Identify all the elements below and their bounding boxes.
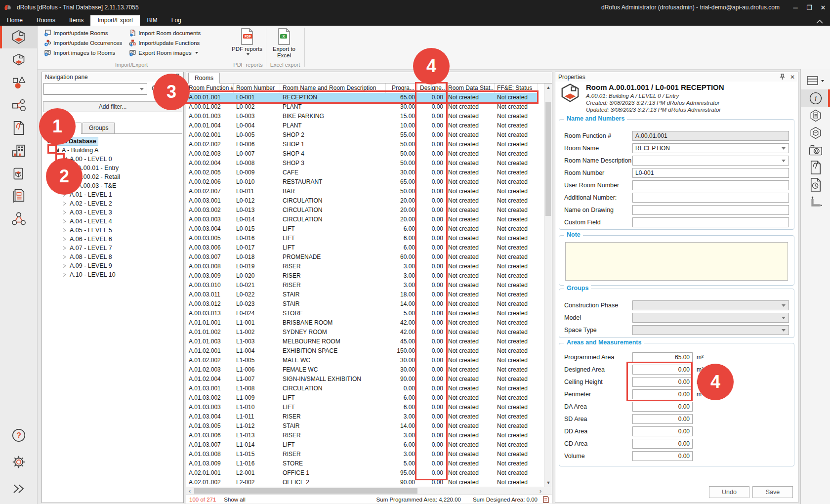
table-row[interactable]: A.00.01.001L0-001RECEPTION65.000.00Not c… <box>186 93 538 102</box>
menu-tab-bim[interactable]: BIM <box>140 15 164 26</box>
table-row[interactable]: A.01.02.001L1-004EXHIBITION SPACE150.000… <box>186 346 538 356</box>
sidebar-item-products[interactable] <box>0 162 37 185</box>
column-header-2[interactable]: Room Name and Room Description <box>280 84 386 93</box>
table-row[interactable]: A.00.03.008L0-019RISER3.000.00Not create… <box>186 262 538 271</box>
tree-item[interactable]: A.08 - LEVEL 8 <box>43 252 182 261</box>
sidebar-item-buildings[interactable] <box>0 139 37 162</box>
column-header-3[interactable]: Progra... <box>386 84 417 93</box>
field-select-model[interactable] <box>632 313 789 323</box>
minimize-button[interactable]: ─ <box>788 1 802 14</box>
menu-tab-log[interactable]: Log <box>165 15 188 26</box>
chevron-down-icon[interactable] <box>140 88 144 92</box>
import-update-functions-button[interactable]: Import/update Functions <box>127 39 203 47</box>
table-row[interactable]: A.01.03.009L1-016STORE5.000.00Not create… <box>186 459 538 468</box>
field-input-name-on-drawing[interactable] <box>632 205 789 215</box>
tab-items-in-room[interactable] <box>801 124 830 141</box>
sidebar-item-items[interactable] <box>0 71 37 94</box>
field-input-designed-area[interactable]: 0.00 <box>632 365 693 375</box>
table-row[interactable]: A.00.03.010L0-021RISER3.000.00Not create… <box>186 281 538 290</box>
table-row[interactable]: A.00.02.001L0-005SHOP 255.000.00Not crea… <box>186 130 538 140</box>
tab-core-data[interactable] <box>801 107 830 124</box>
tree-collapsed-arrow-icon[interactable] <box>62 236 68 243</box>
add-filter-button[interactable]: Add filter... <box>43 101 182 112</box>
field-input-programmed-area[interactable]: 65.00 <box>632 352 693 362</box>
table-row[interactable]: A.01.03.001L1-008CIRCULATION0.000.00Not … <box>186 384 538 393</box>
scroll-left-icon[interactable]: ‹ <box>186 487 193 495</box>
table-row[interactable]: A.01.03.003L1-010LIFT6.000.00Not created… <box>186 403 538 412</box>
field-select-space-type[interactable] <box>632 325 789 335</box>
table-row[interactable]: A.01.03.006L1-013RISER3.000.00Not create… <box>186 431 538 440</box>
tree-item[interactable]: A - Building A <box>43 146 182 155</box>
search-field[interactable] <box>44 85 140 92</box>
tree-collapsed-arrow-icon[interactable] <box>62 201 68 207</box>
field-input-room-number[interactable]: L0-001 <box>632 168 789 178</box>
tab-room-info[interactable]: i <box>801 89 830 107</box>
ribbon-collapse-icon[interactable] <box>816 19 823 26</box>
table-row[interactable]: A.01.02.003L1-006FEMALE WC30.000.00Not c… <box>186 365 538 375</box>
note-input[interactable] <box>565 242 788 281</box>
undo-button[interactable]: Undo <box>709 486 749 498</box>
table-row[interactable]: A.01.03.004L1-011RISER3.000.00Not create… <box>186 412 538 421</box>
tree-collapsed-arrow-icon[interactable] <box>62 263 68 269</box>
tree-item[interactable]: A.02 - LEVEL 2 <box>43 199 182 208</box>
table-row[interactable]: A.01.03.005L1-012STAIR14.000.00Not creat… <box>186 421 538 431</box>
table-row[interactable]: A.01.03.008L1-015RISER3.000.00Not create… <box>186 450 538 459</box>
maximize-button[interactable]: ❐ <box>802 1 816 14</box>
table-row[interactable]: A.00.03.003L0-014CIRCULATION20.000.00Not… <box>186 215 538 224</box>
tree-collapsed-arrow-icon[interactable] <box>62 254 68 260</box>
scroll-right-icon[interactable]: › <box>537 487 544 495</box>
horizontal-scroll-thumb[interactable] <box>194 488 417 494</box>
tree-expanded-arrow-icon[interactable] <box>46 138 52 145</box>
tab-measurements[interactable] <box>801 193 830 210</box>
panel-layout-button[interactable] <box>801 72 830 89</box>
close-icon[interactable]: ✕ <box>790 74 795 81</box>
tree-collapsed-arrow-icon[interactable] <box>62 272 68 278</box>
field-input-cd-area[interactable]: 0.00 <box>632 439 693 449</box>
sidebar-item-documents[interactable] <box>0 117 37 139</box>
column-header-4[interactable]: Designe... <box>417 84 446 93</box>
field-input-volume[interactable]: 0.00 <box>632 451 693 461</box>
table-row[interactable]: A.01.03.007L1-014LIFT6.000.00Not created… <box>186 440 538 450</box>
field-input-dd-area[interactable]: 0.00 <box>632 426 693 436</box>
sidebar-item-room-list[interactable] <box>0 48 37 71</box>
import-update-occurrences-button[interactable]: Import/update Occurrences <box>42 39 124 47</box>
save-button[interactable]: Save <box>752 486 793 498</box>
menu-tab-items[interactable]: Items <box>62 15 90 26</box>
tab-room-images[interactable] <box>801 141 830 159</box>
table-row[interactable]: A.00.01.003L0-003BIKE PARKING15.000.00No… <box>186 112 538 121</box>
tree-expanded-arrow-icon[interactable] <box>54 147 60 154</box>
field-select-construction-phase[interactable] <box>632 300 789 310</box>
table-row[interactable]: A.01.02.004L1-007SIGN-IN/SMALL EXHIBITIO… <box>186 375 538 384</box>
tree-expanded-arrow-icon[interactable] <box>62 156 68 163</box>
tree-item[interactable]: A.10 - LEVEL 10 <box>43 270 182 279</box>
table-row[interactable]: A.00.01.004L0-004PLANT10.000.00Not creat… <box>186 121 538 130</box>
settings-button[interactable] <box>0 451 37 473</box>
scroll-up-icon[interactable]: ▲ <box>544 84 552 91</box>
table-row[interactable]: A.00.01.002L0-002PLANT30.000.00Not creat… <box>186 102 538 112</box>
tree-item[interactable]: A.09 - LEVEL 9 <box>43 261 182 270</box>
tab-rooms[interactable]: Rooms <box>188 73 220 84</box>
field-input-additional-number-[interactable] <box>632 193 789 203</box>
tree-collapsed-arrow-icon[interactable] <box>62 227 68 234</box>
import-images-to-rooms-button[interactable]: Import images to Rooms <box>42 48 124 57</box>
table-row[interactable]: A.00.02.002L0-006SHOP 150.000.00Not crea… <box>186 140 538 149</box>
table-row[interactable]: A.02.01.002L2-002OFFICE 290.000.00Not cr… <box>186 478 538 487</box>
tree-collapsed-arrow-icon[interactable] <box>62 218 68 225</box>
pin-icon[interactable] <box>780 74 785 80</box>
field-input-custom-field[interactable] <box>632 217 789 227</box>
tree-item[interactable]: A.00.03 - T&E <box>43 181 182 190</box>
tree-item[interactable]: A.00 - LEVEL 0 <box>43 155 182 164</box>
pin-icon[interactable] <box>175 74 180 80</box>
tab-room-documents[interactable] <box>801 159 830 176</box>
export-room-images-button[interactable]: Export Room images <box>127 48 203 57</box>
column-header-6[interactable]: FF&E: Status <box>495 84 538 93</box>
tree-item[interactable]: Trial Database <box>43 137 182 146</box>
report-book-icon[interactable] <box>542 496 549 503</box>
horizontal-scrollbar[interactable]: ‹ › <box>186 487 552 495</box>
table-row[interactable]: A.01.01.003L1-003MELBOURNE ROOM45.000.00… <box>186 337 538 346</box>
import-update-rooms-button[interactable]: Import/update Rooms <box>42 29 124 37</box>
export-to-excel-button[interactable]: X Export to Excel <box>268 26 300 59</box>
menu-tab-home[interactable]: Home <box>0 15 30 26</box>
menu-tab-import-export[interactable]: Import/Export <box>90 15 140 26</box>
tree-collapsed-arrow-icon[interactable] <box>62 192 68 198</box>
